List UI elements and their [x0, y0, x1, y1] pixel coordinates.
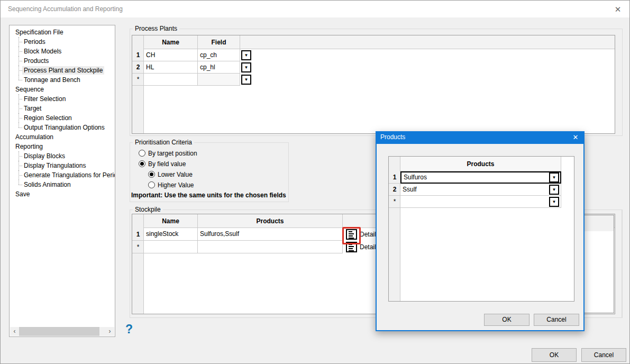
field-cell[interactable]: [198, 74, 240, 86]
radio-icon: [139, 150, 145, 157]
tree-item-generate-triangulations[interactable]: Generate Triangulations for Peric: [10, 170, 115, 180]
main-dialog: Sequencing Accumulation and Reporting ✕ …: [0, 0, 630, 364]
title-bar: Sequencing Accumulation and Reporting ✕: [1, 1, 629, 17]
tree-item-save[interactable]: Save: [10, 189, 115, 199]
help-icon[interactable]: ?: [125, 322, 133, 336]
ok-button[interactable]: OK: [532, 348, 577, 362]
products-table: Products 1 Sulfuros ▼ 2 Ssulf ▼ * ▼: [388, 156, 574, 302]
radio-icon: [148, 171, 155, 178]
name-cell[interactable]: [144, 74, 198, 86]
prioritisation-criteria-group: Prioritisation Criteria By target positi…: [130, 142, 289, 202]
product-dropdown-button[interactable]: ▼: [549, 172, 559, 183]
row-number: 1: [389, 171, 400, 184]
close-icon[interactable]: ✕: [613, 4, 623, 15]
radio-by-field-value[interactable]: By field value: [139, 160, 186, 168]
column-header-products: Products: [198, 214, 343, 228]
name-cell[interactable]: HL: [144, 61, 198, 74]
tree-item-accumulation[interactable]: Accumulation: [10, 132, 115, 142]
products-dialog-title-bar[interactable]: Products ✕: [376, 131, 585, 144]
units-warning-note: Important: Use the same units for the ch…: [131, 192, 286, 199]
row-number: *: [132, 74, 144, 86]
row-number: 2: [132, 61, 144, 74]
column-header-field: Field: [198, 35, 240, 49]
tree-item-region-selection[interactable]: Region Selection: [10, 113, 115, 123]
radio-higher-value[interactable]: Higher Value: [148, 181, 194, 189]
radio-lower-value[interactable]: Lower Value: [148, 170, 193, 179]
tree-item-sequence[interactable]: Sequence: [10, 85, 115, 94]
tree-item-display-blocks[interactable]: Display Blocks: [10, 151, 115, 161]
products-dialog-title: Products: [380, 133, 405, 141]
tree-horizontal-scrollbar[interactable]: ‹ ›: [10, 327, 114, 336]
annotation-highlight-rectangle: [342, 227, 361, 244]
column-header-products: Products: [400, 157, 561, 171]
row-number: 1: [132, 228, 144, 241]
tree-item-filter-selection[interactable]: Filter Selection: [10, 94, 115, 104]
tree-item-block-models[interactable]: Block Models: [10, 47, 115, 56]
row-number: 1: [132, 49, 144, 61]
tree-item-display-triangulations[interactable]: Display Triangulations: [10, 161, 115, 170]
radio-by-target-position[interactable]: By target position: [139, 149, 197, 158]
tree-item-specification-file[interactable]: Specification File: [10, 28, 115, 37]
window-title: Sequencing Accumulation and Reporting: [8, 5, 123, 13]
tree-item-solids-animation[interactable]: Solids Animation: [10, 180, 115, 189]
tree-item-process-plant-and-stockpile[interactable]: Process Plant and Stockpile: [10, 66, 115, 75]
tree-item-products[interactable]: Products: [10, 56, 115, 66]
tree-item-periods[interactable]: Periods: [10, 37, 115, 47]
row-number: 2: [389, 184, 400, 196]
products-cancel-button[interactable]: Cancel: [534, 314, 579, 326]
tree-item-tonnage-and-bench[interactable]: Tonnage and Bench: [10, 75, 115, 85]
cancel-button[interactable]: Cancel: [581, 348, 626, 362]
row-number: *: [132, 241, 144, 253]
products-dialog: Products ✕ Products 1 Sulfuros ▼ 2 Ssulf…: [376, 131, 585, 331]
column-header-name: Name: [144, 214, 198, 228]
product-cell[interactable]: [400, 196, 561, 208]
product-dropdown-button[interactable]: ▼: [549, 197, 559, 207]
name-cell[interactable]: CH: [144, 49, 198, 61]
process-plants-group-label: Process Plants: [133, 25, 179, 32]
tree-item-target[interactable]: Target: [10, 104, 115, 113]
products-ok-button[interactable]: OK: [484, 314, 529, 326]
tree-item-output-triangulation-options[interactable]: Output Triangulation Options: [10, 123, 115, 132]
field-dropdown-button[interactable]: ▼: [241, 50, 251, 60]
stockpile-name-cell[interactable]: [144, 241, 198, 253]
stockpile-products-cell[interactable]: [198, 241, 343, 253]
product-cell-focused[interactable]: Sulfuros: [400, 171, 561, 184]
tree-item-reporting[interactable]: Reporting: [10, 142, 115, 151]
field-cell[interactable]: cp_hl: [198, 61, 240, 74]
row-number: *: [389, 196, 400, 208]
close-icon[interactable]: ✕: [571, 133, 580, 142]
column-header-name: Name: [144, 35, 198, 49]
process-plants-table: Name Field 1 CH cp_ch ▼ 2 HL cp_hl ▼ * ▼: [132, 35, 615, 134]
scroll-right-icon[interactable]: ›: [105, 327, 114, 336]
product-cell[interactable]: Ssulf: [400, 184, 561, 196]
stockpile-name-cell[interactable]: singleStock: [144, 228, 198, 241]
scroll-left-icon[interactable]: ‹: [10, 327, 19, 336]
field-cell[interactable]: cp_ch: [198, 49, 240, 61]
stockpile-products-cell[interactable]: Sulfuros,Ssulf: [198, 228, 343, 241]
product-dropdown-button[interactable]: ▼: [549, 185, 559, 195]
navigation-tree: Specification File Periods Block Models …: [9, 25, 115, 337]
field-dropdown-button[interactable]: ▼: [241, 62, 251, 72]
radio-icon: [139, 160, 145, 167]
field-dropdown-button[interactable]: ▼: [241, 75, 251, 85]
radio-icon: [148, 181, 155, 188]
stockpile-group-label: Stockpile: [133, 206, 163, 213]
scrollbar-thumb[interactable]: [19, 327, 99, 336]
prioritisation-group-label: Prioritisation Criteria: [133, 139, 194, 146]
